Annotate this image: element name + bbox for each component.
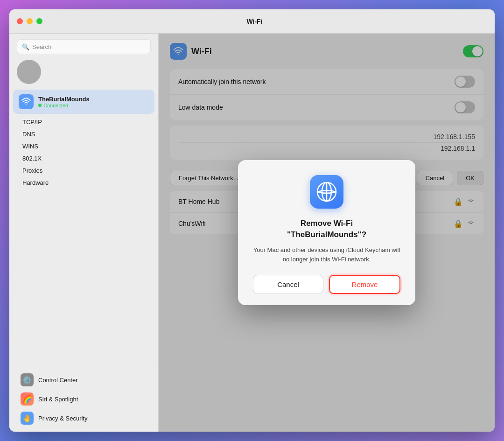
- search-icon: 🔍: [22, 43, 29, 50]
- main-window: Wi-Fi 🔍 Search TheBurialMounds: [9, 9, 495, 432]
- close-button[interactable]: [17, 18, 23, 24]
- sidebar-item-tcpip[interactable]: TCP/IP: [13, 116, 154, 128]
- sidebar-item-control-center[interactable]: ⚙️ Control Center: [13, 371, 154, 389]
- network-name: TheBurialMounds: [38, 96, 149, 103]
- network-info: TheBurialMounds Connected: [38, 96, 149, 108]
- sidebar-item-privacy[interactable]: 🤚 Privacy & Security: [13, 409, 154, 427]
- main-panel: Wi-Fi Automatically join this network Lo…: [159, 34, 495, 432]
- sidebar-bottom: ⚙️ Control Center 🌈 Siri & Spotlight 🤚 P…: [9, 366, 158, 432]
- sidebar-item-dot1x[interactable]: 802.1X: [13, 153, 154, 164]
- dialog-overlay: Remove Wi-Fi "TheBurialMounds"? Your Mac…: [159, 34, 495, 432]
- sidebar-item-label-control-center: Control Center: [38, 377, 78, 384]
- dialog-message: Your Mac and other devices using iCloud …: [253, 245, 400, 264]
- sidebar-item-hardware[interactable]: Hardware: [13, 177, 154, 189]
- siri-icon: 🌈: [21, 392, 34, 406]
- privacy-icon: 🤚: [21, 412, 34, 425]
- sidebar-wifi-network[interactable]: TheBurialMounds Connected: [13, 90, 154, 114]
- remove-wifi-dialog: Remove Wi-Fi "TheBurialMounds"? Your Mac…: [238, 160, 415, 306]
- content-area: 🔍 Search TheBurialMounds Connected: [9, 34, 495, 432]
- window-controls: [17, 18, 42, 24]
- network-status: Connected: [38, 103, 149, 108]
- dialog-cancel-button[interactable]: Cancel: [253, 275, 323, 294]
- sidebar-item-wins[interactable]: WINS: [13, 140, 154, 152]
- wifi-icon: [19, 94, 34, 109]
- title-bar: Wi-Fi: [9, 9, 495, 34]
- dialog-title: Remove Wi-Fi "TheBurialMounds"?: [287, 218, 366, 240]
- dialog-app-icon: [310, 175, 343, 209]
- search-placeholder: Search: [32, 43, 51, 50]
- avatar: [17, 60, 41, 84]
- dialog-remove-button[interactable]: Remove: [329, 275, 400, 294]
- sidebar-item-siri[interactable]: 🌈 Siri & Spotlight: [13, 390, 154, 408]
- minimize-button[interactable]: [27, 18, 33, 24]
- sidebar-item-label-privacy: Privacy & Security: [38, 415, 87, 422]
- sidebar-item-dns[interactable]: DNS: [13, 128, 154, 140]
- maximize-button[interactable]: [36, 18, 42, 24]
- sidebar-item-label-siri: Siri & Spotlight: [38, 396, 78, 403]
- dialog-buttons: Cancel Remove: [253, 275, 400, 294]
- search-bar[interactable]: 🔍 Search: [17, 39, 151, 54]
- status-dot: [38, 104, 42, 107]
- sidebar: 🔍 Search TheBurialMounds Connected: [9, 34, 159, 432]
- window-title: Wi-Fi: [50, 18, 459, 25]
- sidebar-item-proxies[interactable]: Proxies: [13, 165, 154, 176]
- control-center-icon: ⚙️: [21, 373, 34, 386]
- sidebar-items: TCP/IP DNS WINS 802.1X Proxies Hardware: [9, 116, 158, 366]
